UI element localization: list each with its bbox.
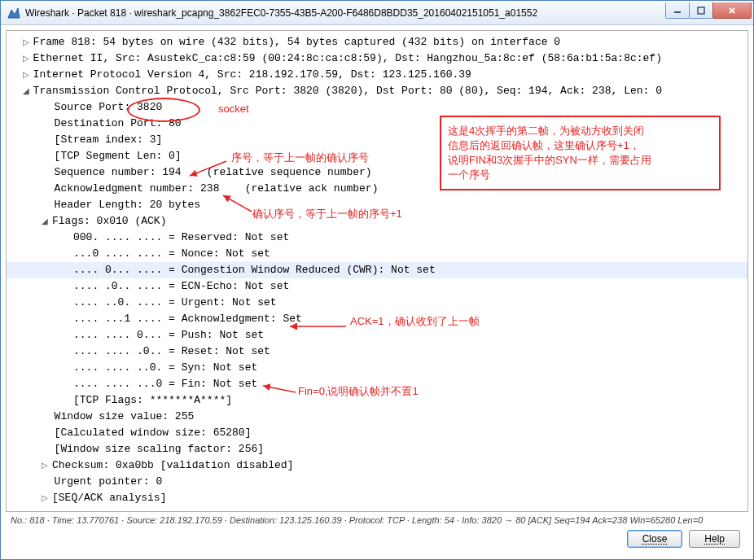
help-button[interactable]: Help [689,530,740,548]
close-button[interactable]: Close [627,530,683,548]
collapse-toggle-icon[interactable]: ◢ [23,83,30,99]
titlebar[interactable]: Wireshark · Packet 818 · wireshark_pcapn… [1,1,753,25]
status-bar: No.: 818 · Time: 13.770761 · Source: 218… [6,512,748,527]
annotation-box-line: 说明FIN和3次握手中的SYN一样，需要占用 [448,153,712,168]
flag-nonce[interactable]: ...0 .... .... = Nonce: Not set [7,246,747,262]
checksum[interactable]: ▷Checksum: 0xa0bb [validation disabled] [7,457,747,474]
annotation-box-line: 一个序号 [448,168,712,182]
window-scaling[interactable]: [Window size scaling factor: 256] [7,441,747,457]
content-area: ▷Frame 818: 54 bytes on wire (432 bits),… [1,25,753,559]
flag-ecn[interactable]: .... .0.. .... = ECN-Echo: Not set [7,278,747,295]
expand-toggle-icon[interactable]: ▷ [42,457,49,474]
expand-toggle-icon[interactable]: ▷ [42,490,49,506]
tcp-summary[interactable]: ◢Transmission Control Protocol, Src Port… [7,83,747,99]
flag-push[interactable]: .... .... 0... = Push: Not set [7,327,747,343]
ip-summary[interactable]: ▷Internet Protocol Version 4, Src: 218.1… [7,67,747,83]
expand-toggle-icon[interactable]: ▷ [23,67,30,83]
annotation-seq-note: 序号，等于上一帧的确认序号 [231,151,369,165]
window-title: Wireshark · Packet 818 · wireshark_pcapn… [25,7,666,19]
svg-line-4 [190,161,226,176]
source-port[interactable]: Source Port: 3820 [7,99,747,116]
arrow-icon [221,194,253,217]
wireshark-icon [7,7,20,20]
flag-reserved[interactable]: 000. .... .... = Reserved: Not set [7,230,747,246]
annotation-box-line: 信息后的返回确认帧，这里确认序号+1， [448,138,712,153]
arrow-icon [287,320,349,332]
expand-toggle-icon[interactable]: ▷ [23,34,30,50]
dialog-button-row: Close Help [6,527,748,554]
svg-line-5 [223,195,252,212]
window-size[interactable]: Window size value: 255 [7,409,747,425]
seq-ack-analysis[interactable]: ▷[SEQ/ACK analysis] [7,490,747,506]
maximize-button[interactable] [689,2,713,19]
annotation-explanation-box: 这是4次挥手的第二帧，为被动方收到关闭 信息后的返回确认帧，这里确认序号+1， … [440,116,721,190]
flag-reset[interactable]: .... .... .0.. = Reset: Not set [7,343,747,360]
ethernet-summary[interactable]: ▷Ethernet II, Src: AsustekC_ca:c8:59 (00… [7,50,747,67]
annotation-socket: socket [218,103,249,115]
flag-cwr[interactable]: .... 0... .... = Congestion Window Reduc… [7,262,747,278]
close-window-button[interactable] [712,2,752,19]
collapse-toggle-icon[interactable]: ◢ [42,213,49,230]
annotation-box-line: 这是4次挥手的第二帧，为被动方收到关闭 [448,124,712,138]
annotation-ack-note: 确认序号，等于上一帧的序号+1 [252,207,402,221]
urgent-pointer[interactable]: Urgent pointer: 0 [7,474,747,490]
annotation-ack-flag: ACK=1，确认收到了上一帧 [350,314,480,329]
calc-window-size[interactable]: [Calculated window size: 65280] [7,425,747,441]
annotation-fin-note: Fin=0,说明确认帧并不置1 [298,384,419,399]
window-controls [666,2,753,19]
wireshark-packet-window: Wireshark · Packet 818 · wireshark_pcapn… [0,0,754,560]
svg-line-7 [263,386,296,392]
flag-syn[interactable]: .... .... ..0. = Syn: Not set [7,360,747,376]
svg-rect-1 [698,7,704,14]
flag-urgent[interactable]: .... ..0. .... = Urgent: Not set [7,295,747,311]
packet-details-tree[interactable]: ▷Frame 818: 54 bytes on wire (432 bits),… [6,30,748,512]
arrow-icon [186,161,226,180]
expand-toggle-icon[interactable]: ▷ [23,50,30,67]
minimize-button[interactable] [665,2,690,19]
annotation-ellipse-port [127,98,200,122]
arrow-icon [261,384,297,396]
frame-summary[interactable]: ▷Frame 818: 54 bytes on wire (432 bits),… [7,34,747,50]
